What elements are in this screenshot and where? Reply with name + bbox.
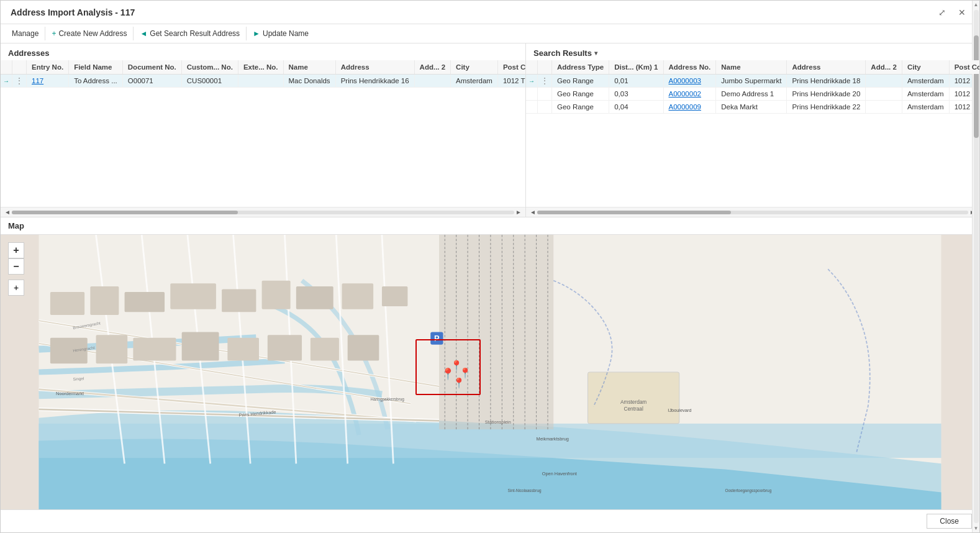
svg-rect-42 <box>268 335 302 360</box>
addresses-table-container[interactable]: Entry No. Field Name Document No. Custom… <box>1 60 525 207</box>
s-col-arrow-header <box>526 60 538 75</box>
search-table-container[interactable]: Address Type Dist... (Km) 1 Address No. … <box>526 60 979 207</box>
window-title: Address Import Analysis - 117 <box>11 7 135 17</box>
s-addr-no-cell[interactable]: A0000002 <box>663 88 716 101</box>
svg-rect-34 <box>296 286 333 309</box>
create-new-address-button[interactable]: + Create New Address <box>45 27 134 40</box>
s-row-dots[interactable] <box>538 101 552 114</box>
col-name: Name <box>283 60 335 75</box>
svg-rect-43 <box>311 338 339 361</box>
addresses-title: Addresses <box>1 43 525 60</box>
svg-text:Oostertoegangsspoorbrug: Oostertoegangsspoorbrug <box>725 488 771 493</box>
v-scroll-track[interactable] <box>974 10 979 523</box>
s-col-city: City <box>902 60 949 75</box>
s-scrollbar-track[interactable] <box>537 211 968 214</box>
create-new-label: Create New Address <box>58 29 127 38</box>
v-scroll-up-arrow[interactable]: ▲ <box>973 1 980 9</box>
col-add2: Add... 2 <box>414 60 451 75</box>
restore-button[interactable]: ⤢ <box>935 6 950 19</box>
svg-rect-33 <box>262 281 291 309</box>
update-name-button[interactable]: ► Update Name <box>247 27 315 40</box>
svg-rect-36 <box>382 286 407 306</box>
table-row[interactable]: → ⋮ Geo Range 0,01 A0000003 Jumbo Superm… <box>526 75 979 88</box>
scroll-left-arrow[interactable]: ◄ <box>3 209 12 216</box>
s-dist-cell: 0,01 <box>609 75 663 88</box>
map-extra-button[interactable]: + <box>8 280 24 296</box>
table-row[interactable]: → ⋮ 117 To Address ... O00071 CUS00001 M… <box>1 75 525 88</box>
s-row-arrow <box>526 101 538 114</box>
col-arrow-header <box>1 60 12 75</box>
s-col-dots-header <box>538 60 552 75</box>
addresses-hscrollbar[interactable]: ◄ ► <box>1 207 525 217</box>
close-button[interactable]: Close <box>927 514 972 529</box>
s-col-add2: Add... 2 <box>866 60 902 75</box>
svg-text:Open Havenfront: Open Havenfront <box>542 471 577 476</box>
scrollbar-track[interactable] <box>12 211 514 214</box>
table-row[interactable]: Geo Range 0,03 A0000002 Demo Address 1 P… <box>526 88 979 101</box>
s-col-addr-no: Address No. <box>663 60 716 75</box>
scroll-right-arrow[interactable]: ► <box>514 209 523 216</box>
close-window-button[interactable]: ✕ <box>955 6 969 19</box>
s-city-cell: Amsterdam <box>902 101 949 114</box>
zoom-in-button[interactable]: + <box>8 242 24 258</box>
s-name-cell: Demo Address 1 <box>716 88 787 101</box>
s-row-dots[interactable] <box>538 88 552 101</box>
s-scroll-left-arrow[interactable]: ◄ <box>529 209 537 216</box>
search-panel: Search Results ▾ Address Type Dist... (K… <box>526 43 979 217</box>
map-svg: Amsterdam Centraal Prins Hendrikkade Bro… <box>1 235 979 509</box>
top-section: Addresses Entry No. Field Name Document … <box>1 43 979 217</box>
scrollbar-thumb <box>12 211 238 214</box>
row-arrow: → <box>1 75 12 88</box>
svg-text:Haringpakkersbrug: Haringpakkersbrug <box>371 397 405 402</box>
svg-rect-30 <box>125 292 165 312</box>
s-add2-cell <box>866 88 902 101</box>
s-name-cell: Jumbo Supermarkt <box>716 75 787 88</box>
s-row-arrow: → <box>526 75 538 88</box>
s-addr-no-cell[interactable]: A0000009 <box>663 101 716 114</box>
col-exte-no: Exte... No. <box>238 60 283 75</box>
addresses-tbody: → ⋮ 117 To Address ... O00071 CUS00001 M… <box>1 75 525 88</box>
search-results-title: Search Results <box>533 48 592 58</box>
svg-rect-38 <box>96 335 128 363</box>
chevron-down-icon: ▾ <box>594 50 597 57</box>
vertical-scrollbar[interactable]: ▲ ▼ <box>972 1 979 532</box>
map-pin-green-3[interactable]: 📍 <box>453 377 465 389</box>
s-scrollbar-thumb <box>537 211 731 214</box>
col-address: Address <box>335 60 414 75</box>
map-container[interactable]: Amsterdam Centraal Prins Hendrikkade Bro… <box>1 235 979 509</box>
search-header-row: Address Type Dist... (Km) 1 Address No. … <box>526 60 979 75</box>
svg-rect-45 <box>588 372 679 424</box>
svg-rect-35 <box>342 283 374 309</box>
s-city-cell: Amsterdam <box>902 75 949 88</box>
s-row-arrow <box>526 88 538 101</box>
custom-no-cell: CUS00001 <box>181 75 238 88</box>
search-hscrollbar[interactable]: ◄ ► <box>526 207 979 217</box>
arrow-left-icon: ◄ <box>140 29 147 38</box>
row-dots[interactable]: ⋮ <box>12 75 27 88</box>
table-row[interactable]: Geo Range 0,04 A0000009 Deka Markt Prins… <box>526 101 979 114</box>
s-row-dots[interactable]: ⋮ <box>538 75 552 88</box>
zoom-out-button[interactable]: − <box>8 258 24 275</box>
s-addr-type-cell: Geo Range <box>552 75 609 88</box>
col-document-no: Document No. <box>122 60 181 75</box>
manage-menu-item[interactable]: Manage <box>6 27 45 40</box>
get-search-result-button[interactable]: ◄ Get Search Result Address <box>134 27 247 40</box>
col-dots-header <box>12 60 27 75</box>
s-dist-cell: 0,04 <box>609 101 663 114</box>
s-col-post-code: Post Code <box>949 60 979 75</box>
map-title: Map <box>1 217 979 235</box>
v-scroll-down-arrow[interactable]: ▼ <box>973 524 980 532</box>
address-cell: Prins Hendrikkade 16 <box>335 75 414 88</box>
col-field-name: Field Name <box>69 60 123 75</box>
s-addr-no-cell[interactable]: A0000003 <box>663 75 716 88</box>
entry-no-cell[interactable]: 117 <box>27 75 69 88</box>
svg-text:Amsterdam: Amsterdam <box>620 399 647 405</box>
s-city-cell: Amsterdam <box>902 88 949 101</box>
field-name-cell: To Address ... <box>69 75 123 88</box>
map-section: Map <box>1 217 979 509</box>
addresses-header-row: Entry No. Field Name Document No. Custom… <box>1 60 525 75</box>
svg-text:Meikmarktsbrug: Meikmarktsbrug <box>537 437 569 442</box>
svg-rect-40 <box>182 332 219 361</box>
footer: Close <box>1 509 979 532</box>
v-scroll-thumb <box>974 35 979 138</box>
